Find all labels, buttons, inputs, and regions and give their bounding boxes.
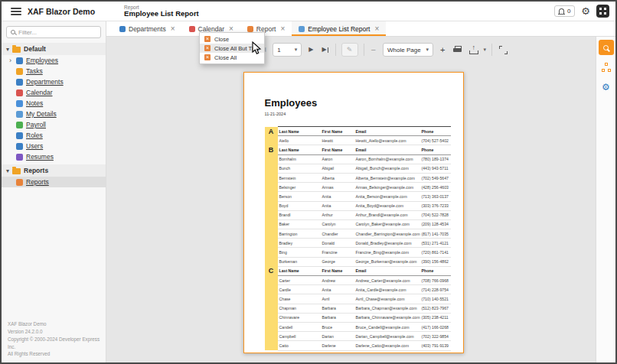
report-cell: (403) 791-9139 <box>420 341 451 350</box>
tab-label: Report <box>256 25 276 33</box>
report-cell: (780) 189-1374 <box>420 154 451 164</box>
zoom-value: Whole Page <box>387 47 421 54</box>
bell-icon <box>559 8 564 14</box>
menu-item-close-all[interactable]: ×Close All <box>200 53 264 62</box>
close-icon[interactable]: × <box>171 25 175 33</box>
fullscreen-button[interactable] <box>498 44 509 57</box>
search-icon <box>11 30 15 34</box>
tab-departments[interactable]: Departments× <box>113 21 182 36</box>
gear-icon: ⚙ <box>602 83 610 92</box>
apps-grid-icon[interactable] <box>596 5 609 18</box>
close-icon[interactable]: × <box>229 25 233 33</box>
menu-item-close[interactable]: ×Close <box>200 34 264 44</box>
pencil-icon: ✎ <box>347 46 353 54</box>
last-page-button[interactable]: ▶ <box>320 44 329 55</box>
sidebar-item-employees[interactable]: ›Employees <box>2 55 106 66</box>
sidebar-group-reports[interactable]: ▾Reports <box>2 164 106 177</box>
reports-icon <box>16 179 23 186</box>
document-map-button[interactable] <box>599 60 614 75</box>
close-icon[interactable]: × <box>280 25 285 33</box>
zoom-in-button[interactable]: + <box>439 44 446 57</box>
column-header: Phone <box>420 145 451 154</box>
footer-line: XAF Blazor Demo <box>8 320 104 328</box>
report-cell: (702) 322-9854 <box>420 332 451 341</box>
column-header: Phone <box>420 266 451 275</box>
report-row: AielloHewittHewitt_Aiello@example.com(70… <box>265 136 451 145</box>
zoom-combo[interactable]: Whole Page ▾ <box>383 43 433 57</box>
main-area: Departments×Calendar×Report×Employee Lis… <box>106 21 615 362</box>
chevron-down-icon: ▾ <box>483 47 486 53</box>
settings-gear-icon[interactable]: ⚙ <box>581 6 590 16</box>
report-cell: Barrington <box>278 229 321 239</box>
report-cell: Barbara <box>321 313 354 322</box>
export-button[interactable]: ▾ <box>469 46 486 54</box>
report-row: CarterAndrewAndrew_Carter@example.com(70… <box>265 276 451 285</box>
zoom-out-button[interactable]: − <box>370 44 377 57</box>
sidebar-item-label: Users <box>26 142 43 150</box>
report-date: 11-21-2024 <box>265 112 442 116</box>
report-cell: Barbara <box>321 304 354 313</box>
document-map-icon <box>602 63 611 72</box>
report-cell: Boyd <box>278 201 321 210</box>
page-number-combo[interactable]: 1 ▾ <box>273 43 302 57</box>
menu-item-label: Close All But This <box>214 45 260 52</box>
report-cell: Andrew_Carter@example.com <box>354 276 420 285</box>
column-header: First Name <box>321 127 354 136</box>
footer-line: Version 24.2.0.0 <box>8 328 104 336</box>
sidebar-item-label: Roles <box>26 132 43 139</box>
sidebar-item-roles[interactable]: Roles <box>2 130 106 141</box>
sidebar-item-label: Reports <box>26 178 49 186</box>
next-page-button[interactable]: ▶ <box>307 44 315 55</box>
sidebar-item-notes[interactable]: Notes <box>2 98 106 109</box>
report-row: ChapmanBarbaraBarbara_Chapman@example.co… <box>265 304 451 313</box>
sidebar: ▾Default›EmployeesTasksDepartmentsCalend… <box>2 21 106 362</box>
sidebar-item-departments[interactable]: Departments <box>2 76 106 87</box>
report-cell: Anita_Berson@example.com <box>354 192 420 201</box>
tab-label: Calendar <box>198 25 225 33</box>
tab-context-menu: ×Close×Close All But This×Close All <box>199 32 265 64</box>
filter-box[interactable] <box>6 26 101 38</box>
sidebar-group-default[interactable]: ▾Default <box>2 43 106 55</box>
report-row: BarringtonChandlerChandler_Barrington@ex… <box>265 229 451 239</box>
report-row: ChaseAvrilAvril_Chase@example.com(710) 1… <box>265 294 451 304</box>
chevron-right-icon[interactable]: › <box>8 57 13 64</box>
close-icon[interactable]: × <box>374 25 379 33</box>
report-cell: Darian_Campbell@example.com <box>354 332 420 341</box>
print-button[interactable] <box>452 44 464 56</box>
report-cell: Chase <box>278 294 321 304</box>
sidebar-item-tasks[interactable]: Tasks <box>2 66 106 76</box>
departments-icon <box>16 79 23 86</box>
report-cell: (390) 156-4862 <box>420 257 451 266</box>
sidebar-item-my-details[interactable]: My Details <box>2 109 106 119</box>
report-page[interactable]: Employees 11-21-2024 ALast NameFirst Nam… <box>243 72 464 353</box>
sidebar-item-reports[interactable]: Reports <box>2 177 106 187</box>
report-cell: Darian <box>321 332 354 341</box>
tab-employee-list-report[interactable]: Employee List Report× <box>292 21 386 36</box>
employee-list-report-tab-icon <box>299 26 305 32</box>
employees-icon <box>16 57 23 64</box>
menu-icon[interactable] <box>11 8 21 15</box>
sidebar-item-payroll[interactable]: Payroll <box>2 119 106 130</box>
report-cell: George_Burkeman@example.com <box>354 257 420 266</box>
column-header: Last Name <box>278 145 321 154</box>
sidebar-item-label: Notes <box>26 99 43 107</box>
menu-item-close-all-but-this[interactable]: ×Close All But This <box>200 44 264 53</box>
report-group-header-row: CLast NameFirst NameEmailPhone <box>265 266 451 275</box>
filter-input[interactable] <box>18 29 96 36</box>
report-row: CardleAnitaAnita_Cardle@example.com(714)… <box>265 285 451 294</box>
app-header: XAF Blazor Demo Report Employee List Rep… <box>2 2 615 21</box>
edit-button[interactable]: ✎ <box>341 43 358 57</box>
report-row: BersonAnitaAnita_Berson@example.com(713)… <box>265 192 451 201</box>
sidebar-item-resumes[interactable]: Resumes <box>2 151 106 162</box>
report-cell: Francine_Bing@example.com <box>354 248 420 257</box>
notifications-button[interactable]: 0 <box>554 5 575 17</box>
export-options-button[interactable]: ⚙ <box>599 80 614 95</box>
sidebar-item-calendar[interactable]: Calendar <box>2 87 106 98</box>
report-cell: Armas <box>321 183 354 192</box>
chevron-down-icon: ▾ <box>426 47 429 53</box>
close-all-but-this-icon: × <box>204 45 211 51</box>
search-panel-button[interactable] <box>599 40 614 55</box>
sidebar-item-users[interactable]: Users <box>2 141 106 151</box>
toolbar-separator <box>491 44 492 56</box>
tasks-icon <box>16 68 23 75</box>
